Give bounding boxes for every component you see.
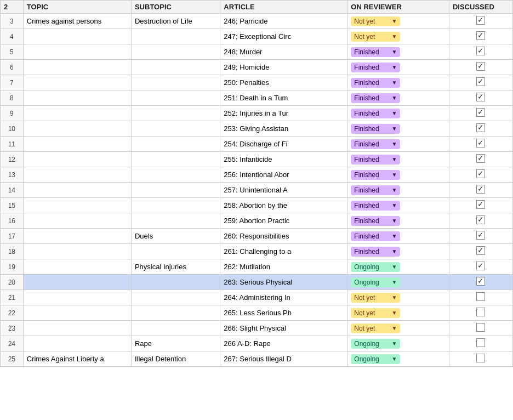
row-number: 16 — [1, 213, 24, 229]
status-label: Ongoing — [354, 340, 379, 348]
cell-subtopic — [131, 167, 220, 183]
cell-topic — [23, 106, 131, 121]
cell-topic — [23, 167, 131, 183]
status-dropdown[interactable]: Finished▼ — [351, 109, 400, 118]
cell-topic — [23, 44, 131, 60]
discussed-checkbox[interactable] — [476, 231, 485, 240]
discussed-checkbox[interactable] — [476, 200, 485, 209]
cell-discussed — [449, 290, 512, 305]
chevron-down-icon: ▼ — [391, 340, 397, 347]
status-dropdown[interactable]: Finished▼ — [351, 63, 400, 72]
status-label: Not yet — [354, 325, 375, 332]
discussed-checkbox[interactable] — [476, 308, 485, 316]
status-label: Finished — [354, 171, 379, 179]
cell-subtopic — [131, 198, 220, 213]
cell-subtopic — [131, 75, 220, 90]
chevron-down-icon: ▼ — [391, 126, 397, 132]
status-dropdown[interactable]: Finished▼ — [351, 139, 400, 149]
status-dropdown[interactable]: Finished▼ — [351, 93, 400, 103]
cell-discussed — [449, 14, 512, 29]
status-dropdown[interactable]: Finished▼ — [351, 124, 400, 134]
status-dropdown[interactable]: Not yet▼ — [351, 323, 400, 333]
status-dropdown[interactable]: Not yet▼ — [351, 32, 400, 42]
status-dropdown[interactable]: Finished▼ — [351, 185, 400, 195]
cell-topic — [23, 290, 131, 305]
row-number: 10 — [1, 121, 24, 137]
status-dropdown[interactable]: Finished▼ — [351, 47, 400, 57]
header-row-num: 2 — [1, 1, 24, 14]
cell-article: 255: Infanticide — [220, 152, 347, 167]
status-dropdown[interactable]: Ongoing▼ — [351, 354, 400, 364]
cell-reviewer-status: Not yet▼ — [347, 29, 449, 44]
discussed-checkbox[interactable] — [476, 185, 485, 194]
cell-topic — [23, 244, 131, 259]
discussed-checkbox[interactable] — [476, 77, 485, 86]
cell-reviewer-status: Not yet▼ — [347, 290, 449, 305]
cell-topic — [23, 60, 131, 75]
discussed-checkbox[interactable] — [476, 277, 485, 286]
cell-article: 252: Injuries in a Tur — [220, 106, 347, 121]
status-label: Ongoing — [354, 279, 379, 286]
discussed-checkbox[interactable] — [476, 16, 485, 25]
cell-subtopic: Destruction of Life — [131, 14, 220, 29]
cell-subtopic — [131, 44, 220, 60]
chevron-down-icon: ▼ — [391, 172, 397, 178]
status-dropdown[interactable]: Ongoing▼ — [351, 277, 400, 287]
cell-subtopic — [131, 244, 220, 259]
status-dropdown[interactable]: Finished▼ — [351, 201, 400, 211]
row-number: 18 — [1, 244, 24, 259]
chevron-down-icon: ▼ — [391, 141, 397, 147]
cell-subtopic — [131, 183, 220, 198]
header-reviewer: ON REVIEWER — [347, 1, 449, 14]
cell-article: 260: Responsibilities — [220, 229, 347, 244]
discussed-checkbox[interactable] — [476, 246, 485, 255]
cell-topic — [23, 137, 131, 152]
cell-article: 261: Challenging to a — [220, 244, 347, 259]
status-dropdown[interactable]: Ongoing▼ — [351, 339, 400, 349]
status-dropdown[interactable]: Finished▼ — [351, 247, 400, 257]
discussed-checkbox[interactable] — [476, 262, 485, 270]
discussed-checkbox[interactable] — [476, 215, 485, 224]
discussed-checkbox[interactable] — [476, 62, 485, 71]
status-dropdown[interactable]: Finished▼ — [351, 78, 400, 88]
row-number: 24 — [1, 336, 24, 351]
cell-article: 258: Abortion by the — [220, 198, 347, 213]
chevron-down-icon: ▼ — [391, 264, 397, 270]
status-dropdown[interactable]: Not yet▼ — [351, 16, 400, 26]
cell-topic: Crimes against persons — [23, 14, 131, 29]
cell-article: 253: Giving Assistan — [220, 121, 347, 137]
cell-reviewer-status: Finished▼ — [347, 244, 449, 259]
discussed-checkbox[interactable] — [476, 108, 485, 117]
cell-article: 262: Mutilation — [220, 259, 347, 275]
cell-discussed — [449, 44, 512, 60]
status-dropdown[interactable]: Finished▼ — [351, 231, 400, 241]
discussed-checkbox[interactable] — [476, 93, 485, 101]
discussed-checkbox[interactable] — [476, 31, 485, 40]
status-dropdown[interactable]: Finished▼ — [351, 216, 400, 226]
cell-reviewer-status: Finished▼ — [347, 198, 449, 213]
status-label: Finished — [354, 94, 379, 102]
row-number: 6 — [1, 60, 24, 75]
discussed-checkbox[interactable] — [476, 169, 485, 178]
discussed-checkbox[interactable] — [476, 123, 485, 132]
cell-article: 266 A-D: Rape — [220, 336, 347, 351]
cell-reviewer-status: Ongoing▼ — [347, 259, 449, 275]
discussed-checkbox[interactable] — [476, 139, 485, 147]
discussed-checkbox[interactable] — [476, 292, 485, 301]
status-dropdown[interactable]: Not yet▼ — [351, 308, 400, 318]
discussed-checkbox[interactable] — [476, 47, 485, 55]
status-dropdown[interactable]: Finished▼ — [351, 170, 400, 180]
cell-reviewer-status: Ongoing▼ — [347, 336, 449, 351]
cell-topic — [23, 259, 131, 275]
cell-reviewer-status: Ongoing▼ — [347, 351, 449, 367]
status-dropdown[interactable]: Finished▼ — [351, 155, 400, 164]
discussed-checkbox[interactable] — [476, 354, 485, 362]
discussed-checkbox[interactable] — [476, 338, 485, 347]
discussed-checkbox[interactable] — [476, 154, 485, 163]
cell-article: 250: Penalties — [220, 75, 347, 90]
cell-reviewer-status: Finished▼ — [347, 90, 449, 106]
discussed-checkbox[interactable] — [476, 323, 485, 332]
status-dropdown[interactable]: Not yet▼ — [351, 293, 400, 303]
status-dropdown[interactable]: Ongoing▼ — [351, 262, 400, 272]
cell-discussed — [449, 121, 512, 137]
